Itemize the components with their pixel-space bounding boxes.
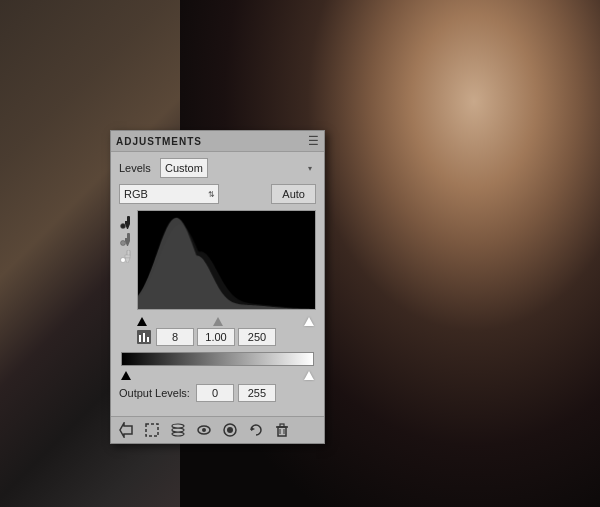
preset-select-arrow: ▾ (308, 164, 312, 173)
svg-point-23 (227, 427, 233, 433)
svg-point-17 (172, 432, 184, 436)
svg-point-19 (172, 424, 184, 428)
svg-point-7 (120, 240, 125, 245)
svg-rect-9 (125, 255, 130, 258)
gradient-bar-container (119, 352, 316, 366)
black-point-slider[interactable] (137, 317, 147, 326)
channel-select[interactable]: RGB (119, 184, 219, 204)
svg-rect-5 (125, 238, 130, 241)
svg-rect-14 (147, 337, 149, 342)
output-black-slider[interactable] (121, 371, 131, 380)
input-mid-value[interactable] (197, 328, 235, 346)
auto-button[interactable]: Auto (271, 184, 316, 204)
input-values-row (119, 328, 316, 346)
panel-title: ADJUSTMENTS (116, 136, 202, 147)
svg-marker-15 (120, 423, 132, 437)
panel-toolbar (111, 416, 324, 443)
input-black-value[interactable] (156, 328, 194, 346)
panel-menu-icon[interactable]: ☰ (308, 134, 319, 148)
svg-rect-25 (278, 427, 286, 436)
layers-icon[interactable] (169, 421, 187, 439)
eyedropper-tools (119, 210, 133, 263)
svg-marker-2 (125, 224, 130, 229)
output-gradient-bar (121, 352, 314, 366)
gray-eyedropper[interactable] (119, 232, 133, 246)
svg-rect-27 (280, 424, 284, 427)
preset-select-wrapper: Custom ▾ (160, 158, 316, 178)
svg-point-18 (172, 428, 184, 432)
output-levels-label: Output Levels: (119, 387, 190, 399)
adjustments-panel: ADJUSTMENTS ☰ Levels Custom ▾ RGB (110, 130, 325, 444)
svg-marker-24 (251, 427, 255, 431)
histogram-box (137, 210, 316, 310)
mask-icon[interactable] (221, 421, 239, 439)
white-point-slider[interactable] (304, 317, 314, 326)
channel-select-wrapper: RGB ⇅ (119, 184, 219, 204)
select-icon[interactable] (143, 421, 161, 439)
panel-titlebar: ADJUSTMENTS ☰ (111, 131, 324, 152)
black-eyedropper[interactable] (119, 215, 133, 229)
output-white-slider[interactable] (304, 371, 314, 380)
svg-rect-13 (143, 333, 145, 342)
channel-row: RGB ⇅ Auto (119, 184, 316, 204)
input-levels-icon (137, 330, 151, 344)
preset-row: Levels Custom ▾ (119, 158, 316, 178)
input-white-value[interactable] (238, 328, 276, 346)
svg-point-3 (120, 223, 125, 228)
output-levels-row: Output Levels: (119, 384, 316, 402)
output-triangle-row (119, 368, 316, 380)
output-white-value[interactable] (238, 384, 276, 402)
histogram-canvas (138, 211, 315, 309)
output-black-value[interactable] (196, 384, 234, 402)
eye-icon[interactable] (195, 421, 213, 439)
refresh-icon[interactable] (247, 421, 265, 439)
svg-rect-16 (146, 424, 158, 436)
midtone-slider[interactable] (213, 317, 223, 326)
trash-icon[interactable] (273, 421, 291, 439)
white-eyedropper[interactable] (119, 249, 133, 263)
svg-point-11 (120, 257, 125, 262)
preset-select[interactable]: Custom (160, 158, 208, 178)
svg-marker-10 (125, 258, 130, 263)
svg-rect-12 (139, 335, 141, 342)
preset-label: Levels (119, 162, 154, 174)
svg-rect-1 (125, 221, 130, 224)
svg-point-21 (202, 428, 206, 432)
back-icon[interactable] (117, 421, 135, 439)
input-triangle-row (119, 314, 316, 326)
svg-marker-6 (125, 241, 130, 246)
histogram-container (119, 210, 316, 310)
